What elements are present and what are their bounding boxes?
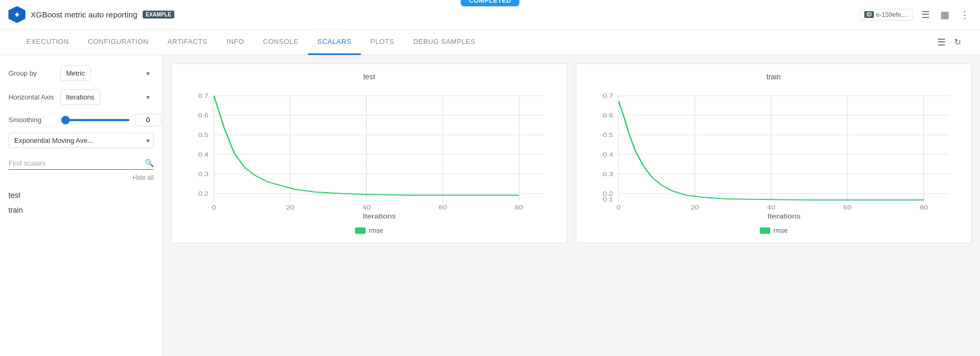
tab-plots[interactable]: PLOTS — [361, 30, 404, 55]
test-chart-svg: 0.7 0.6 0.5 0.4 0.3 0.2 0 20 40 60 80 It… — [180, 85, 558, 223]
svg-text:0.3: 0.3 — [198, 171, 209, 177]
svg-text:0.6: 0.6 — [603, 112, 613, 118]
svg-text:0.7: 0.7 — [603, 93, 613, 99]
test-chart-legend: rmse — [180, 227, 558, 234]
smoothing-slider[interactable] — [61, 119, 129, 121]
horizontal-axis-select-wrapper: Iterations — [60, 89, 154, 105]
test-legend-label: rmse — [369, 227, 383, 234]
svg-text:20: 20 — [690, 204, 699, 211]
svg-text:0.5: 0.5 — [198, 132, 209, 138]
train-chart-title: train — [585, 72, 963, 81]
svg-text:0.4: 0.4 — [603, 151, 613, 158]
tab-configuration[interactable]: CONFIGURATION — [78, 30, 158, 55]
status-badge: COMPLETED — [461, 0, 520, 6]
svg-text:40: 40 — [767, 204, 775, 211]
svg-text:60: 60 — [438, 204, 447, 211]
group-by-select[interactable]: Metric — [60, 66, 91, 81]
example-badge: EXAMPLE — [143, 11, 174, 19]
svg-text:0.3: 0.3 — [603, 171, 613, 177]
svg-text:0.2: 0.2 — [198, 190, 209, 197]
train-chart-svg: 0.7 0.6 0.5 0.4 0.3 0.2 0.1 0 20 40 60 8… — [585, 85, 963, 223]
tab-debug-samples[interactable]: DEBUG SAMPLES — [404, 30, 485, 55]
nav-tabs: EXECUTION CONFIGURATION ARTIFACTS INFO C… — [0, 30, 980, 55]
svg-text:0.4: 0.4 — [198, 151, 209, 158]
horizontal-axis-label: Horizontal Axis — [8, 93, 56, 101]
svg-text:0.6: 0.6 — [198, 112, 209, 118]
scalar-item-test[interactable]: test — [8, 188, 154, 203]
hide-all-button[interactable]: Hide all — [8, 174, 154, 181]
split-view-icon[interactable]: ▦ — [938, 7, 951, 23]
train-chart-legend: rmse — [585, 227, 963, 234]
train-chart-card: train — [576, 63, 972, 243]
sidebar: Group by Metric Horizontal Axis Iteratio… — [0, 55, 163, 356]
top-bar-right: ID e-159efe.... ☰ ▦ ⋮ — [860, 7, 972, 23]
more-options-icon[interactable]: ⋮ — [958, 7, 972, 23]
table-view-icon[interactable]: ☰ — [935, 34, 948, 50]
app-title: XGBoost metric auto reporting — [31, 10, 137, 19]
train-chart-area: 0.7 0.6 0.5 0.4 0.3 0.2 0.1 0 20 40 60 8… — [585, 85, 963, 223]
svg-text:20: 20 — [286, 204, 294, 211]
list-view-icon[interactable]: ☰ — [919, 7, 932, 23]
train-legend-label: rmse — [773, 227, 788, 234]
smoothing-value-input[interactable]: 0 — [135, 113, 161, 126]
app-logo: ✦ — [8, 6, 25, 23]
content-area: test — [163, 55, 980, 356]
test-chart-area: 0.7 0.6 0.5 0.4 0.3 0.2 0 20 40 60 80 It… — [180, 85, 558, 223]
group-by-label: Group by — [8, 69, 56, 77]
svg-text:80: 80 — [515, 204, 524, 211]
svg-text:Iterations: Iterations — [767, 213, 800, 220]
search-box: 🔍 — [8, 159, 154, 170]
charts-row: test — [171, 63, 972, 243]
svg-text:40: 40 — [362, 204, 371, 211]
top-bar: ✦ XGBoost metric auto reporting EXAMPLE … — [0, 0, 980, 30]
tab-info[interactable]: INFO — [217, 30, 254, 55]
tab-scalars[interactable]: SCALARS — [308, 30, 361, 55]
svg-text:80: 80 — [919, 204, 928, 211]
horizontal-axis-row: Horizontal Axis Iterations — [8, 89, 154, 105]
search-input[interactable] — [8, 159, 145, 167]
test-chart-title: test — [180, 72, 558, 81]
tab-execution[interactable]: EXECUTION — [17, 30, 78, 55]
svg-text:0: 0 — [212, 204, 216, 211]
task-id-value: e-159efe.... — [876, 11, 908, 19]
train-legend-color — [760, 227, 770, 234]
tab-console[interactable]: CONSOLE — [254, 30, 308, 55]
search-icon[interactable]: 🔍 — [145, 159, 154, 167]
svg-text:0: 0 — [616, 204, 620, 211]
smoothing-method-select[interactable]: Exponential Moving Ave... — [8, 133, 154, 148]
svg-text:Iterations: Iterations — [362, 213, 396, 220]
horizontal-axis-select[interactable]: Iterations — [60, 89, 100, 105]
main-layout: Group by Metric Horizontal Axis Iteratio… — [0, 55, 980, 356]
svg-text:60: 60 — [843, 204, 852, 211]
group-by-row: Group by Metric — [8, 66, 154, 81]
svg-text:0.7: 0.7 — [198, 93, 209, 99]
test-chart-card: test — [171, 63, 567, 243]
tab-artifacts[interactable]: ARTIFACTS — [158, 30, 217, 55]
svg-text:0.5: 0.5 — [603, 132, 613, 138]
task-id-badge: ID e-159efe.... — [860, 9, 913, 21]
group-by-select-wrapper: Metric — [60, 66, 154, 81]
test-legend-color — [355, 227, 366, 234]
id-label: ID — [864, 11, 874, 18]
smoothing-method-wrapper: Exponential Moving Ave... — [8, 133, 154, 148]
smoothing-label: Smoothing — [8, 116, 56, 124]
nav-right-actions: ☰ ↻ — [935, 34, 963, 50]
smoothing-row: Smoothing 0 — [8, 113, 154, 126]
scalar-item-train[interactable]: train — [8, 203, 154, 217]
svg-text:0.1: 0.1 — [603, 196, 613, 203]
refresh-icon[interactable]: ↻ — [952, 35, 963, 49]
